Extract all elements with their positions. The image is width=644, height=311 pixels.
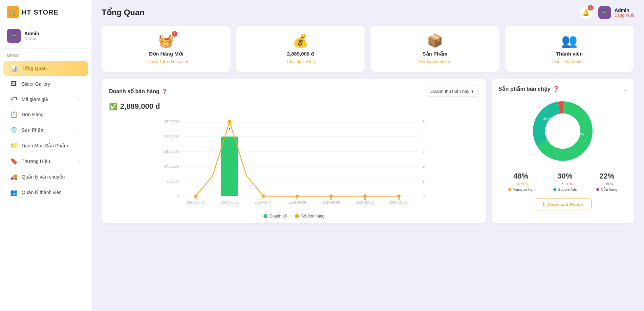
label-quan-ly-thanh-vien: Quản lý thành viên: [22, 190, 81, 195]
card-title-3: Thành viên: [556, 51, 583, 57]
icon-slider-gallery: 🖼: [10, 80, 18, 87]
svg-text:66.7%: 66.7%: [574, 133, 584, 137]
source-label-store: Cửa hàng: [601, 187, 617, 192]
legend-dot-orange: [295, 214, 299, 218]
svg-text:0: 0: [177, 194, 179, 198]
svg-text:30.6%: 30.6%: [543, 117, 554, 121]
icon-danh-muc: 📁: [10, 142, 18, 149]
header-user-info: Admin Đăng Xuất: [615, 7, 634, 18]
header-avatar: 🎮: [598, 6, 611, 19]
header-user[interactable]: 🎮 Admin Đăng Xuất: [598, 6, 634, 19]
stat-card-3[interactable]: 👥 Thành viên Có 2 thành viên: [505, 26, 634, 72]
sidebar-item-quan-ly-van-chuyen[interactable]: 🚚 Quản lý vận chuyển →: [3, 169, 88, 184]
icon-san-pham: 👕: [10, 126, 18, 134]
card-sub-2: Có 14 sản phẩm: [420, 60, 450, 64]
label-ma-giam-gia: Mã giảm giá: [22, 97, 73, 102]
notif-badge: 2: [588, 5, 593, 11]
more-button[interactable]: ...: [622, 85, 627, 92]
source-label-google: Google Ads: [558, 187, 577, 191]
legend-label-doanh-so: Doanh số: [270, 214, 287, 219]
arrow-san-pham: →: [77, 128, 81, 132]
sidebar-profile: 🎮 Admin Online: [0, 23, 91, 49]
stat-change-store: ↑ 1.80%: [600, 182, 614, 186]
right-panel-title: Sản phẩm bán chạy ❓: [498, 86, 559, 92]
svg-text:2800000: 2800000: [164, 134, 179, 139]
svg-point-38: [363, 194, 367, 198]
arrow-thuong-hieu: →: [77, 159, 81, 164]
svg-text:2024-08-10: 2024-08-10: [356, 201, 374, 204]
chart-card: Doanh số bán hàng ❓ Doanh thu tuần này ▾…: [102, 79, 486, 223]
stat-pct-google: 30%: [558, 172, 573, 181]
download-report-button[interactable]: ⬇ Download Report: [534, 199, 592, 210]
source-label-mxh: Mạng xã hội: [513, 187, 534, 192]
bar-line-chart: 0 700000 1400000 2100000 2800000 3500000…: [109, 115, 479, 210]
svg-text:1400000: 1400000: [164, 164, 179, 168]
stat-card-1[interactable]: 💰 2,889,000 đ Tổng doanh thu: [236, 26, 365, 72]
menu-label: Menu: [0, 49, 91, 60]
stat-source-store: Cửa hàng: [596, 187, 617, 192]
label-slider-gallery: Slider Gallery: [22, 81, 73, 87]
svg-text:2024-08-08: 2024-08-08: [288, 201, 306, 204]
content-area: 🧺 1 Đơn Hàng Mới Hiện có 1 đơn hàng mới …: [91, 22, 644, 311]
profile-info: Admin Online: [24, 31, 39, 41]
logo-area: 🛒 HT STORE: [0, 0, 91, 23]
help-icon: ❓: [162, 89, 167, 94]
svg-text:2024-08-11: 2024-08-11: [390, 201, 408, 204]
sidebar-item-danh-muc[interactable]: 📁 Danh Mục Sản Phẩm →: [3, 138, 88, 153]
sidebar-item-slider-gallery[interactable]: 🖼 Slider Gallery →: [3, 77, 88, 91]
svg-text:5: 5: [229, 128, 231, 132]
right-panel: Sản phẩm bán chạy ❓ ...: [492, 79, 634, 223]
svg-text:4: 4: [423, 134, 425, 139]
stat-source-google: Google Ads: [553, 187, 577, 191]
chevron-down-icon: ▾: [471, 89, 474, 94]
notification-button[interactable]: 🔔 2: [579, 6, 592, 19]
arrow-quan-ly-van-chuyen: →: [77, 174, 81, 179]
svg-point-34: [228, 120, 231, 123]
svg-text:3500000: 3500000: [164, 120, 179, 124]
stat-cards: 🧺 1 Đơn Hàng Mới Hiện có 1 đơn hàng mới …: [102, 26, 634, 72]
logo-icon: 🛒: [7, 6, 19, 18]
sidebar-item-quan-ly-thanh-vien[interactable]: 👥 Quản lý thành viên: [3, 185, 88, 200]
icon-quan-ly-van-chuyen: 🚚: [10, 173, 18, 181]
icon-don-hang: 📋: [10, 111, 18, 118]
stat-source-mxh: Mạng xã hội: [508, 187, 534, 192]
sidebar-item-don-hang[interactable]: 📋 Đơn Hàng: [3, 107, 88, 122]
chart-legend: Doanh số Số đơn hàng: [109, 214, 479, 219]
bottom-row: Doanh số bán hàng ❓ Doanh thu tuần này ▾…: [102, 79, 634, 223]
stats-row: 48% ↑ 30.50% Mạng xã hội 30% ↓ 15.20% Go…: [498, 172, 627, 192]
svg-point-37: [329, 194, 333, 198]
stat-change-google: ↓ 15.20%: [557, 182, 573, 186]
sidebar-item-thuong-hieu[interactable]: 🔖 Thương Hiệu →: [3, 154, 88, 169]
svg-text:700000: 700000: [166, 179, 179, 183]
card-icon-wrap-0: 🧺 1: [158, 33, 174, 48]
svg-text:5: 5: [423, 120, 425, 124]
arrow-slider-gallery: →: [77, 82, 81, 86]
sidebar-item-ma-giam-gia[interactable]: 🏷 Mã giảm giá →: [3, 92, 88, 106]
stat-mxh: 48% ↑ 30.50% Mạng xã hội: [508, 172, 534, 192]
stat-card-0[interactable]: 🧺 1 Đơn Hàng Mới Hiện có 1 đơn hàng mới: [102, 26, 231, 72]
stat-card-2[interactable]: 📦 Sản Phẩm Có 14 sản phẩm: [370, 26, 499, 72]
sidebar-item-san-pham[interactable]: 👕 Sản Phẩm →: [3, 123, 88, 138]
svg-text:2024-08-06: 2024-08-06: [221, 201, 238, 204]
page-title: Tổng Quan: [102, 8, 145, 17]
svg-text:2024-08-09: 2024-08-09: [322, 201, 340, 204]
icon-thuong-hieu: 🔖: [10, 158, 18, 165]
help-icon-right: ❓: [553, 86, 559, 92]
logo-text: HT STORE: [22, 8, 59, 16]
chart-amount-value: 2,889,000 đ: [120, 102, 160, 111]
card-icon-1: 💰: [293, 34, 308, 48]
sidebar-item-tong-quan[interactable]: 📊 Tổng Quan: [3, 61, 88, 76]
label-don-hang: Đơn Hàng: [22, 112, 81, 117]
check-icon: ✅: [109, 102, 117, 110]
header: Tổng Quan 🔔 2 🎮 Admin Đăng Xuất: [91, 0, 644, 22]
svg-text:1: 1: [423, 179, 425, 183]
right-panel-header: Sản phẩm bán chạy ❓ ...: [498, 85, 627, 92]
label-san-pham: Sản Phẩm: [22, 127, 73, 133]
card-badge-0: 1: [172, 31, 177, 37]
logout-button[interactable]: Đăng Xuất: [615, 13, 634, 18]
sidebar-nav: 📊 Tổng Quan 🖼 Slider Gallery → 🏷 Mã giảm…: [0, 60, 91, 201]
chart-period-dropdown[interactable]: Doanh thu tuần này ▾: [426, 86, 479, 97]
admin-name: Admin: [615, 7, 634, 13]
stat-google: 30% ↓ 15.20% Google Ads: [553, 172, 577, 192]
profile-name: Admin: [24, 31, 39, 36]
